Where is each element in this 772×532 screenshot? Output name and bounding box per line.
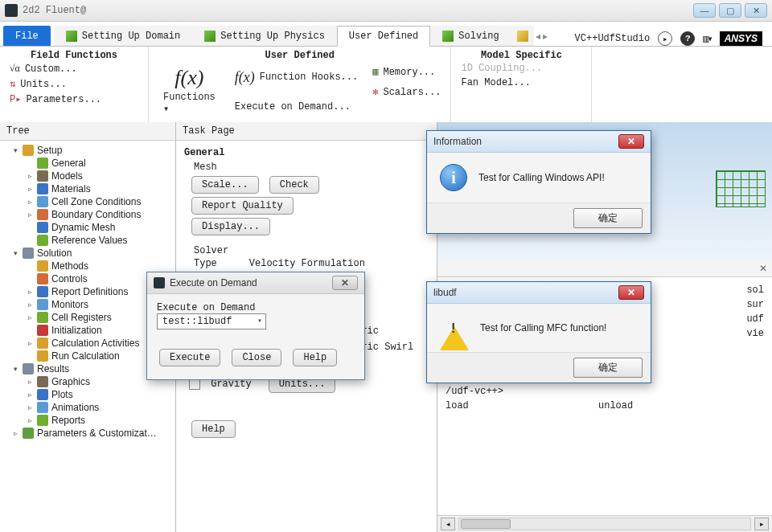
scroll-track[interactable] xyxy=(458,518,751,530)
node-label: Parameters & Customizat… xyxy=(37,428,157,439)
play-icon[interactable]: ▸ xyxy=(658,31,672,46)
tab-solving[interactable]: Solving xyxy=(430,26,511,46)
btn-execute[interactable]: Execute xyxy=(159,349,220,366)
close-panel-icon[interactable]: ✕ xyxy=(759,263,767,274)
expander-icon[interactable]: ▹ xyxy=(11,429,19,437)
btn-report-quality[interactable]: Report Quality xyxy=(191,197,294,215)
tree-node[interactable]: ▹Animations xyxy=(2,401,174,414)
group-title: User Defined xyxy=(158,50,441,61)
scroll-right-button[interactable]: ▸ xyxy=(754,518,769,530)
close-button[interactable]: ✕ xyxy=(745,3,767,18)
tab-user-defined[interactable]: User Defined xyxy=(337,26,430,47)
tree-node[interactable]: Methods xyxy=(2,260,174,272)
maximize-button[interactable]: ▢ xyxy=(719,3,741,18)
node-label: Methods xyxy=(51,260,88,272)
expander-icon[interactable]: ▹ xyxy=(26,172,34,180)
node-label: Setup xyxy=(37,145,62,156)
cmd-custom[interactable]: √αCustom... xyxy=(10,63,138,75)
minimize-button[interactable]: — xyxy=(693,3,716,18)
scroll-left-button[interactable]: ◂ xyxy=(441,518,455,530)
node-icon xyxy=(37,222,48,233)
expander-icon[interactable]: ▾ xyxy=(11,249,19,257)
tree-node[interactable]: ▹Cell Zone Conditions xyxy=(2,195,174,208)
expander-icon[interactable]: ▾ xyxy=(11,365,19,373)
cmd-memory[interactable]: ▦Memory... xyxy=(372,66,441,78)
expander-icon[interactable]: ▹ xyxy=(26,313,34,321)
tree-node[interactable]: ▹Plots xyxy=(2,388,174,401)
btn-help[interactable]: Help xyxy=(293,349,337,366)
expander-icon[interactable]: ▹ xyxy=(26,403,34,411)
expander-icon[interactable]: ▹ xyxy=(26,301,34,309)
tree-node[interactable]: ▹Reports xyxy=(2,414,174,427)
tab-domain[interactable]: Setting Up Domain xyxy=(54,26,192,46)
layout-icon[interactable]: ▥▾ xyxy=(703,33,711,45)
cmd-function-hooks[interactable]: f(x)Function Hooks... xyxy=(235,69,358,86)
node-label: Reports xyxy=(51,415,85,426)
group-title: Model Specific xyxy=(461,50,581,61)
node-icon xyxy=(37,273,48,284)
node-label: Calculation Activities xyxy=(51,338,139,349)
btn-close[interactable]: Close xyxy=(232,349,281,366)
expander-icon[interactable]: ▹ xyxy=(26,185,34,193)
dialog-footer: 确定 xyxy=(427,203,651,233)
window-title: 2d2 Fluent@ xyxy=(23,5,86,16)
tab-physics[interactable]: Setting Up Physics xyxy=(192,26,337,46)
label-type: Type xyxy=(194,258,217,269)
tree-node[interactable]: ▾Solution xyxy=(2,247,174,260)
node-label: Monitors xyxy=(51,299,88,310)
dialog-close-button[interactable]: ✕ xyxy=(618,134,644,149)
dialog-message: Test for Calling Windows API! xyxy=(478,172,605,183)
expander-icon[interactable]: ▹ xyxy=(26,391,34,399)
expander-icon[interactable]: ▹ xyxy=(26,198,34,206)
combo-execute-on-demand[interactable]: test::libudf xyxy=(157,313,266,329)
dialog-titlebar[interactable]: Execute on Demand ✕ xyxy=(147,272,364,294)
dialog-titlebar[interactable]: libudf ✕ xyxy=(427,282,651,304)
dialog-message: Test for Calling MFC function! xyxy=(480,322,606,334)
expander-icon[interactable]: ▾ xyxy=(11,146,19,154)
fx-icon: f(x) xyxy=(235,69,255,86)
dialog-close-button[interactable]: ✕ xyxy=(332,276,358,290)
cmd-units[interactable]: ⇅Units... xyxy=(10,78,138,90)
scroll-thumb[interactable] xyxy=(461,519,511,529)
btn-check[interactable]: Check xyxy=(269,176,319,194)
cmd-execute-on-demand[interactable]: Execute on Demand... xyxy=(235,101,358,113)
cmd-scalars[interactable]: ✻Scalars... xyxy=(372,86,441,98)
tree-node[interactable]: ▾Setup xyxy=(2,144,174,157)
tab-file-label: File xyxy=(15,31,39,42)
expander-icon[interactable]: ▹ xyxy=(26,378,34,386)
ok-button[interactable]: 确定 xyxy=(573,208,643,228)
node-label: Initialization xyxy=(51,325,102,336)
dialog-body: i Test for Calling Windows API! xyxy=(427,153,651,203)
tab-file[interactable]: File xyxy=(3,26,51,46)
dialog-title: Information xyxy=(433,136,482,147)
btn-help[interactable]: Help xyxy=(191,420,236,438)
cmd-functions[interactable]: f(x) Functions ▾ xyxy=(158,63,220,118)
expander-icon[interactable]: ▹ xyxy=(26,288,34,296)
tree-node[interactable]: Dynamic Mesh xyxy=(2,221,174,234)
help-icon[interactable]: ? xyxy=(680,31,695,46)
dialog-titlebar[interactable]: Information ✕ xyxy=(427,131,651,153)
node-label: Solution xyxy=(37,248,72,259)
tab-more[interactable] xyxy=(511,26,534,46)
btn-scale[interactable]: Scale... xyxy=(191,176,259,194)
horizontal-scrollbar[interactable]: ◂ ▸ xyxy=(437,515,772,532)
tree-node[interactable]: General xyxy=(2,157,174,170)
expander-icon[interactable]: ▹ xyxy=(26,211,34,219)
tool-name[interactable]: VC++UdfStudio xyxy=(575,33,651,44)
tree-node[interactable]: ▹Parameters & Customizat… xyxy=(2,427,174,440)
expander-icon[interactable]: ▹ xyxy=(26,416,34,424)
tree-node[interactable]: ▹Boundary Conditions xyxy=(2,208,174,221)
tree-node[interactable]: ▹Models xyxy=(2,170,174,182)
node-icon xyxy=(37,312,48,323)
cmd-fan-model[interactable]: Fan Model... xyxy=(461,77,581,88)
tree-node[interactable]: Reference Values xyxy=(2,234,174,247)
console-toolbar: ✕ xyxy=(437,260,772,277)
dialog-close-button[interactable]: ✕ xyxy=(618,285,644,300)
expander-icon[interactable]: ▹ xyxy=(26,339,34,347)
ok-button[interactable]: 确定 xyxy=(573,358,643,378)
pin-icon[interactable] xyxy=(753,263,754,274)
label-velocity-formulation: Velocity Formulation xyxy=(249,258,365,269)
tree-node[interactable]: ▹Materials xyxy=(2,182,174,195)
btn-display[interactable]: Display... xyxy=(191,218,270,235)
cmd-parameters[interactable]: P▸Parameters... xyxy=(10,93,138,105)
